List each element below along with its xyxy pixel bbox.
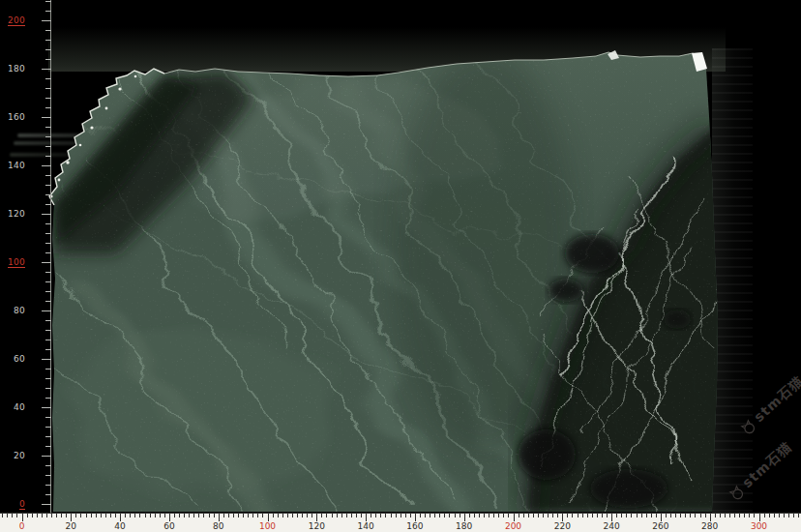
ruler-tick <box>479 514 480 517</box>
ruler-tick <box>749 514 750 517</box>
ruler-tick <box>45 465 51 466</box>
ruler-tick <box>562 514 563 521</box>
ruler-tick <box>86 514 87 517</box>
ruler-tick <box>282 514 283 517</box>
ruler-tick <box>337 514 338 517</box>
ruler-tick <box>695 514 696 517</box>
ruler-tick <box>474 514 475 517</box>
ruler-tick <box>110 514 111 517</box>
ruler-tick <box>233 514 234 517</box>
ruler-tick <box>45 417 51 418</box>
ruler-tick <box>538 514 539 517</box>
ruler-tick <box>597 514 598 517</box>
ruler-tick <box>150 514 151 517</box>
ruler-tick <box>637 514 638 517</box>
ruler-tick <box>139 514 140 517</box>
ruler-tick <box>685 514 686 517</box>
ruler-tick <box>666 514 667 517</box>
ruler-tick <box>602 514 603 517</box>
ruler-tick <box>75 514 76 517</box>
ruler-tick <box>455 514 456 517</box>
ruler-tick <box>16 514 17 517</box>
ruler-label: 140 <box>358 521 374 531</box>
ruler-tick <box>548 514 549 517</box>
ruler-tick <box>489 514 490 517</box>
ruler-tick <box>302 514 303 517</box>
ruler-tick <box>273 514 274 517</box>
ruler-tick <box>45 340 51 340</box>
ruler-label: 300 <box>751 521 767 531</box>
ruler-tick <box>725 514 726 517</box>
ruler-tick <box>45 494 51 495</box>
ruler-tick <box>45 185 51 186</box>
ruler-label: 220 <box>554 521 571 531</box>
ruler-tick <box>243 514 244 517</box>
ruler-tick <box>223 514 224 517</box>
ruler-tick <box>405 514 406 517</box>
ruler-tick <box>203 514 204 517</box>
ruler-tick <box>45 40 51 41</box>
ruler-tick <box>169 514 170 521</box>
bottom-ruler: 0204060801001201401601802002202402602803… <box>0 513 801 532</box>
ruler-tick <box>646 514 647 517</box>
ruler-tick <box>528 514 529 517</box>
ruler-tick <box>297 514 298 517</box>
ruler-tick <box>675 514 676 517</box>
ruler-tick <box>572 514 573 517</box>
ruler-tick <box>484 514 485 517</box>
ruler-tick <box>45 369 51 369</box>
ruler-tick <box>105 514 106 517</box>
ruler-tick <box>769 514 770 517</box>
ruler-label: 280 <box>701 521 718 531</box>
ruler-tick <box>578 514 578 517</box>
ruler-tick <box>45 475 51 476</box>
ruler-tick <box>71 514 72 521</box>
ruler-tick <box>616 514 617 517</box>
ruler-tick <box>42 20 51 21</box>
ruler-tick <box>793 514 794 517</box>
ruler-tick <box>626 514 627 517</box>
ruler-tick <box>287 514 288 517</box>
ruler-tick <box>45 88 51 89</box>
ruler-tick <box>552 514 553 517</box>
ruler-tick <box>45 281 51 282</box>
ruler-tick <box>425 514 426 517</box>
ruler-label: 140 <box>8 161 25 170</box>
ruler-tick <box>32 514 33 517</box>
ruler-tick <box>45 398 51 399</box>
ruler-label: 160 <box>8 112 25 122</box>
ruler-tick <box>690 514 691 517</box>
ruler-tick <box>592 514 593 517</box>
ruler-tick <box>42 165 51 166</box>
ruler-tick <box>134 514 135 517</box>
ruler-tick <box>45 146 51 147</box>
stone-slab-image <box>0 0 801 513</box>
ruler-tick <box>734 514 735 517</box>
ruler-tick <box>268 514 269 521</box>
ruler-tick <box>179 514 180 517</box>
ruler-tick <box>61 514 62 517</box>
ruler-tick <box>705 514 706 517</box>
ruler-tick <box>51 514 52 517</box>
ruler-tick <box>42 407 51 408</box>
ruler-tick <box>611 514 612 521</box>
ruler-label: 20 <box>14 451 25 460</box>
ruler-tick <box>670 514 671 517</box>
ruler-label: 40 <box>14 402 25 412</box>
ruler-tick <box>430 514 430 517</box>
ruler-label: 120 <box>309 521 325 531</box>
ruler-tick <box>651 514 652 517</box>
ruler-tick <box>125 514 126 517</box>
ruler-label: 100 <box>259 521 276 531</box>
ruler-tick <box>375 514 376 517</box>
ruler-tick <box>469 514 470 517</box>
ruler-tick <box>449 514 450 517</box>
ruler-tick <box>514 514 515 521</box>
ruler-tick <box>228 514 229 517</box>
ruler-tick <box>764 514 765 517</box>
ruler-tick <box>361 514 362 517</box>
ruler-tick <box>7 514 8 517</box>
ruler-tick <box>439 514 440 517</box>
ruler-tick <box>174 514 175 517</box>
ruler-tick <box>621 514 622 517</box>
